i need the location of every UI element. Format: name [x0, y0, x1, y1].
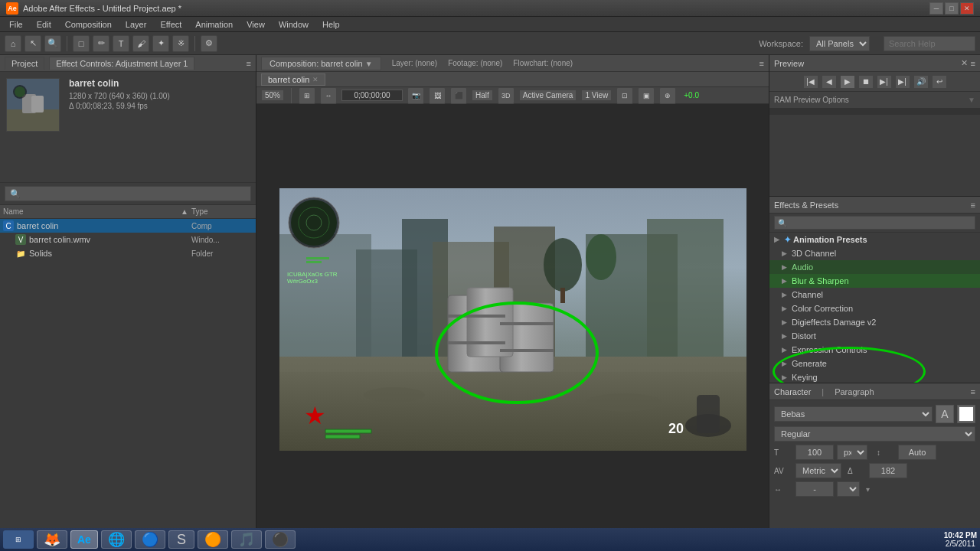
pen-tool[interactable]: ✏ [93, 35, 109, 52]
taskbar-firefox[interactable]: 🦊 [37, 530, 67, 549]
font-size-unit[interactable]: px [837, 445, 867, 460]
panel-menu-icon[interactable]: ≡ [247, 59, 251, 68]
taskbar-skype[interactable]: S [168, 530, 194, 549]
select-tool[interactable]: ↖ [24, 35, 41, 52]
char-panel-menu[interactable]: ≡ [971, 387, 975, 396]
effects-color-correction[interactable]: ▶ Color Correction [769, 302, 980, 315]
loop-btn[interactable]: ↩ [932, 75, 947, 89]
font-style-select[interactable]: Regular [774, 426, 975, 442]
comp-dropdown-icon[interactable]: ▼ [365, 60, 373, 68]
font-size-input[interactable] [795, 445, 834, 460]
font-family-select[interactable]: Bebas [774, 406, 933, 422]
play-btn[interactable]: ▶ [840, 75, 855, 89]
tracking-input[interactable] [869, 463, 907, 478]
comp-move-btn[interactable]: ↔ [320, 87, 337, 104]
menu-effect[interactable]: Effect [154, 18, 188, 31]
comp-tab[interactable]: Composition: barret colin ▼ [261, 57, 381, 70]
char-content: Bebas A Regular T [769, 400, 980, 504]
effects-expression-controls[interactable]: ▶ Expression Controls [769, 343, 980, 357]
menu-edit[interactable]: Edit [31, 18, 57, 31]
effects-generate[interactable]: ▶ Generate [769, 357, 980, 370]
start-button[interactable]: ⊞ [3, 530, 34, 549]
menu-composition[interactable]: Composition [59, 18, 118, 31]
preview-panel-expand[interactable]: ≡ [971, 59, 975, 68]
minimize-button[interactable]: ─ [929, 2, 943, 15]
grid-btn[interactable]: ⊞ [299, 87, 315, 104]
leading-input[interactable] [898, 445, 936, 460]
effects-keying[interactable]: ▶ Keying [769, 370, 980, 383]
last-frame-btn[interactable]: ▶| [895, 75, 910, 89]
left-panel: Project Effect Controls: Adjustment Laye… [0, 55, 256, 551]
prev-frame-btn[interactable]: ◀ [822, 75, 837, 89]
taskbar-app5[interactable]: ⚫ [265, 530, 296, 549]
taskbar-app3[interactable]: 🔵 [135, 530, 165, 549]
clone-tool[interactable]: ✦ [152, 35, 169, 52]
export-btn[interactable]: ⊕ [659, 87, 676, 104]
color-swatch[interactable] [957, 405, 975, 423]
paragraph-tab[interactable]: Paragraph [835, 387, 874, 396]
list-item[interactable]: 📁 Solids Folder [0, 246, 256, 260]
taskbar-itunes[interactable]: 🎵 [231, 530, 262, 549]
view-dropdown[interactable]: Active Camera [519, 90, 577, 101]
effects-distort[interactable]: ▶ Distort [769, 329, 980, 343]
menu-layer[interactable]: Layer [119, 18, 153, 31]
effects-channel[interactable]: ▶ Channel [769, 288, 980, 302]
comp-viewport[interactable]: ICUBA|XaOs GTR W#rGoOx3 ★ 20 [256, 104, 769, 534]
effects-animation-presets[interactable]: ▶ ✦ Animation Presets [769, 233, 980, 246]
taskbar-ae[interactable]: Ae [70, 530, 98, 549]
taskbar-ie[interactable]: 🌐 [101, 530, 132, 549]
preview-panel-menu[interactable]: ✕ [961, 58, 968, 68]
more-options-btn[interactable]: ⊡ [616, 87, 633, 104]
menu-window[interactable]: Window [273, 18, 315, 31]
project-search-input[interactable] [5, 186, 251, 201]
menu-help[interactable]: Help [316, 18, 346, 31]
effects-panel-expand[interactable]: ≡ [971, 201, 975, 210]
kerning-select[interactable]: Metrics [795, 463, 841, 478]
render-btn[interactable]: ▣ [638, 87, 655, 104]
ram-preview-options[interactable]: RAM Preview Options ▼ [769, 92, 980, 109]
list-item[interactable]: C barret colin Comp [0, 219, 256, 233]
list-item[interactable]: V barret colin.wmv Windo... [0, 233, 256, 246]
extra-tool[interactable]: ⚙ [201, 35, 217, 52]
search-help-input[interactable] [884, 36, 975, 51]
comp-active-tab[interactable]: barret colin ✕ [261, 73, 325, 86]
text-tool[interactable]: T [113, 35, 129, 52]
comp-close-icon[interactable]: ✕ [312, 76, 318, 83]
effects-audio[interactable]: ▶ Audio [769, 260, 980, 274]
menu-file[interactable]: File [3, 18, 29, 31]
taskbar-app4[interactable]: 🟠 [198, 530, 228, 549]
snapshot-btn[interactable]: 📷 [407, 87, 424, 104]
effects-search-input[interactable] [774, 216, 975, 230]
effects-3d-channel[interactable]: ▶ 3D Channel [769, 246, 980, 260]
scale-unit[interactable]: px [837, 481, 860, 497]
layout-dropdown[interactable]: 1 View [581, 90, 612, 101]
zoom-tool[interactable]: 🔍 [44, 35, 61, 52]
effect-controls-tab[interactable]: Effect Controls: Adjustment Layer 1 [49, 57, 194, 70]
close-button[interactable]: ✕ [960, 2, 974, 15]
rect-tool[interactable]: □ [73, 35, 90, 52]
next-frame-btn[interactable]: ▶| [877, 75, 892, 89]
comp-panel-menu-icon[interactable]: ≡ [760, 59, 764, 68]
home-tool[interactable]: ⌂ [5, 35, 21, 52]
audio-btn[interactable]: 🔊 [913, 75, 929, 89]
menu-animation[interactable]: Animation [189, 18, 239, 31]
brush-tool[interactable]: 🖌 [132, 35, 149, 52]
effects-digieffects[interactable]: ▶ Digieffects Damage v2 [769, 315, 980, 329]
resolution-dropdown[interactable]: Half [472, 90, 493, 101]
main-layout: Project Effect Controls: Adjustment Laye… [0, 55, 980, 551]
zoom-value[interactable]: 50% [261, 90, 284, 101]
transparency-btn[interactable]: ⬛ [450, 87, 467, 104]
timecode-display[interactable]: 0;00;00;00 [341, 90, 403, 101]
workspace-dropdown[interactable]: All Panels [809, 36, 870, 51]
puppet-tool[interactable]: ※ [172, 35, 189, 52]
maximize-button[interactable]: □ [945, 2, 959, 15]
scale-h-input[interactable] [795, 481, 834, 497]
effects-blur-sharpen[interactable]: ▶ Blur & Sharpen [769, 274, 980, 288]
show-snap-btn[interactable]: 🖼 [429, 87, 446, 104]
3d-btn[interactable]: 3D [498, 87, 514, 104]
menu-view[interactable]: View [240, 18, 271, 31]
first-frame-btn[interactable]: |◀ [803, 75, 818, 89]
project-tab[interactable]: Project [5, 57, 44, 70]
project-panel-header: Project Effect Controls: Adjustment Laye… [0, 55, 256, 72]
stop-btn[interactable]: ⏹ [858, 75, 874, 89]
